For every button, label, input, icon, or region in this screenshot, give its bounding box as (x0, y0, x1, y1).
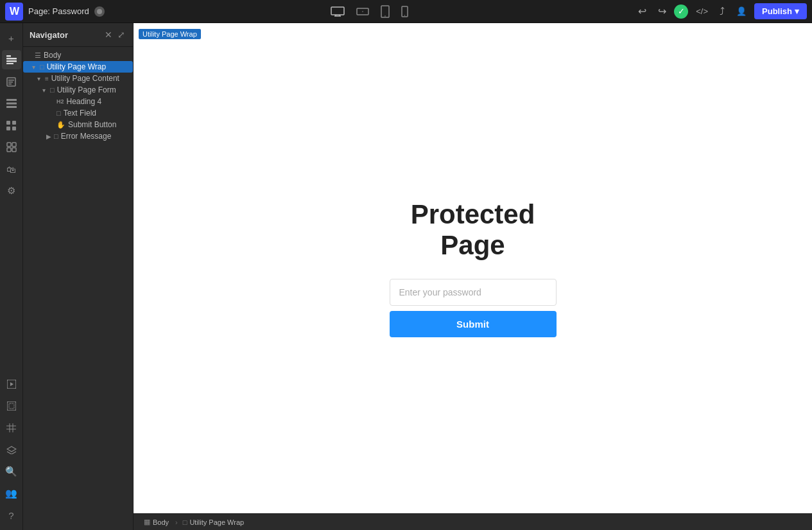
navigator-header: Navigator ✕ ⤢ (23, 23, 133, 47)
share-btn[interactable]: ⤴ (716, 3, 729, 20)
mobile-device-btn[interactable] (397, 3, 412, 20)
icon-sidebar: + 🛍 ⚙ 🔍 👥 ? (0, 23, 23, 530)
page-heading: ProtectedPage (411, 199, 535, 261)
navigator-title: Navigator (30, 30, 68, 40)
undo-btn[interactable]: ↩ (634, 3, 650, 20)
tree-item-text-field[interactable]: □ Text Field (23, 107, 133, 119)
tree-item-submit-button[interactable]: ✋ Submit Button (23, 119, 133, 130)
add-elements-btn[interactable]: + (2, 28, 21, 48)
page-label: Page: Password (28, 6, 89, 16)
webflow-logo[interactable]: W (5, 3, 23, 21)
publish-button[interactable]: Publish ▾ (754, 3, 807, 19)
navigator-expand-btn[interactable]: ⤢ (116, 28, 126, 41)
users-btn[interactable]: 👥 (2, 484, 21, 503)
layers2-btn[interactable] (2, 440, 21, 459)
tree-item-body[interactable]: ☰ Body (23, 49, 133, 61)
tablet-portrait-device-btn[interactable] (377, 3, 393, 21)
svg-rect-16 (8, 80, 14, 81)
svg-rect-21 (6, 106, 17, 108)
svg-rect-12 (6, 58, 17, 60)
selection-tool-btn[interactable] (2, 396, 21, 416)
device-switcher (327, 3, 412, 21)
components-btn[interactable] (2, 137, 21, 157)
password-input[interactable] (390, 279, 557, 306)
tree-item-utility-page-content[interactable]: ▾ ≡ Utility Page Content (23, 73, 133, 84)
svg-point-10 (404, 15, 405, 15)
svg-rect-13 (6, 60, 17, 62)
navigator-btn[interactable] (2, 50, 21, 69)
body-breadcrumb-icon: ▦ (144, 518, 150, 526)
canvas-area: Utility Page Wrap ProtectedPage Submit ▦… (134, 23, 812, 530)
code-editor-btn[interactable]: </> (692, 4, 712, 19)
topbar-left: W Page: Password (5, 3, 105, 21)
svg-rect-28 (7, 148, 11, 152)
topbar: W Page: Password ↩ ↪ ✓ </> ⤴ 👤 Publish (0, 0, 812, 23)
grid-btn[interactable] (2, 418, 21, 437)
breadcrumb-utility-page-wrap[interactable]: □ Utility Page Wrap (179, 517, 249, 527)
tree-item-utility-page-form[interactable]: ▾ □ Utility Page Form (23, 84, 133, 96)
tree-item-error-message[interactable]: ▶ □ Error Message (23, 130, 133, 142)
assets-btn[interactable] (2, 116, 21, 135)
redo-btn[interactable]: ↪ (654, 3, 670, 20)
ecommerce-btn[interactable]: 🛍 (2, 159, 21, 179)
svg-marker-37 (7, 446, 16, 452)
svg-rect-23 (12, 121, 16, 125)
svg-point-8 (384, 15, 386, 17)
canvas-selection-label: Utility Page Wrap (139, 29, 201, 39)
help-btn[interactable]: ? (2, 506, 21, 525)
tablet-landscape-device-btn[interactable] (352, 4, 373, 19)
page-status-indicator (94, 6, 105, 17)
navigator-close-btn[interactable]: ✕ (103, 28, 114, 41)
navigator-tree: ☰ Body ▾ □ Utility Page Wrap ▾ ≡ Utility… (23, 47, 133, 530)
navigator-panel: Navigator ✕ ⤢ ☰ Body ▾ □ Utility Page Wr… (23, 23, 134, 530)
user-icon-btn[interactable]: 👤 (732, 4, 750, 19)
canvas-page: ProtectedPage Submit (134, 23, 812, 513)
preview-btn[interactable] (2, 375, 21, 394)
main-layout: + 🛍 ⚙ 🔍 👥 ? (0, 23, 812, 530)
svg-rect-14 (6, 63, 13, 64)
svg-rect-17 (8, 82, 13, 83)
layers-btn[interactable] (2, 94, 21, 113)
svg-point-6 (362, 11, 363, 12)
search-btn[interactable]: 🔍 (2, 462, 21, 481)
svg-point-0 (97, 9, 102, 14)
svg-rect-27 (12, 143, 16, 146)
svg-rect-19 (6, 99, 17, 101)
svg-rect-24 (6, 127, 10, 130)
svg-rect-25 (12, 127, 16, 130)
tree-item-utility-page-wrap[interactable]: ▾ □ Utility Page Wrap (23, 61, 133, 73)
submit-button[interactable]: Submit (390, 311, 557, 337)
svg-rect-1 (331, 7, 344, 15)
bottom-breadcrumb: ▦ Body › □ Utility Page Wrap (134, 513, 812, 530)
svg-rect-29 (12, 148, 16, 152)
svg-rect-18 (8, 84, 12, 85)
utility-breadcrumb-icon: □ (183, 518, 187, 526)
topbar-right: ↩ ↪ ✓ </> ⤴ 👤 Publish ▾ (634, 3, 807, 20)
save-status-icon: ✓ (674, 4, 688, 19)
tree-item-heading[interactable]: H2 Heading 4 (23, 96, 133, 107)
pages-btn[interactable] (2, 72, 21, 91)
svg-rect-20 (6, 103, 17, 105)
breadcrumb-body[interactable]: ▦ Body (140, 517, 174, 527)
svg-rect-31 (7, 402, 16, 411)
svg-rect-32 (9, 403, 14, 409)
desktop-device-btn[interactable] (327, 4, 349, 19)
svg-rect-26 (7, 143, 11, 146)
svg-rect-11 (6, 55, 11, 57)
svg-rect-22 (6, 121, 10, 125)
settings-btn[interactable]: ⚙ (2, 181, 21, 200)
